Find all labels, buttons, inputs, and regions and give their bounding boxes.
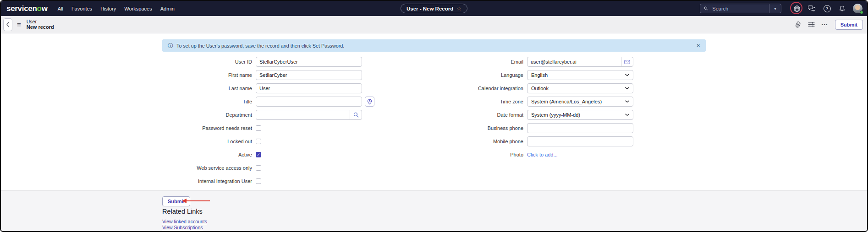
global-search: ▾ (700, 4, 781, 13)
search-icon (704, 6, 708, 11)
globe-button[interactable] (792, 4, 801, 13)
chat-button[interactable] (808, 4, 816, 13)
password-needs-reset-checkbox[interactable]: ✓ (256, 125, 261, 131)
form-left-column: User ID First name Last name Title Depar… (160, 57, 376, 189)
personalize-form-icon[interactable] (808, 22, 815, 27)
search-input[interactable] (711, 5, 765, 12)
nav-item-all[interactable]: All (58, 6, 63, 11)
form-header-bar: ≡ User New record ••• Submit (1, 16, 867, 33)
email-label: Email (432, 59, 527, 65)
chevron-down-icon (625, 74, 629, 76)
chevron-down-icon (625, 113, 629, 116)
active-checkbox[interactable]: ✓ (256, 152, 261, 157)
logo-text: servicen (6, 4, 37, 13)
back-button[interactable] (3, 18, 12, 31)
internal-integration-user-label: Internal Integration User (160, 178, 256, 184)
record-title-block: User New record (27, 19, 54, 31)
chevron-left-icon (6, 22, 10, 27)
more-options-icon[interactable]: ••• (822, 22, 828, 27)
annotation-red-circle (790, 2, 802, 14)
language-select[interactable]: English (527, 70, 633, 80)
view-subscriptions-link[interactable]: View Subscriptions (162, 225, 203, 230)
current-record-pill[interactable]: User - New Record ☆ (401, 4, 467, 13)
field-row-user-id: User ID (160, 57, 376, 67)
chevron-down-icon (625, 100, 629, 103)
form-right-column: Email Language English Calendar integrat… (432, 57, 647, 163)
web-service-access-checkbox[interactable]: ✓ (256, 165, 261, 171)
active-label: Active (160, 152, 256, 157)
check-icon: ✓ (256, 152, 261, 157)
question-glyph: ? (826, 6, 829, 11)
attachment-icon[interactable] (794, 20, 802, 29)
department-reference-field (256, 110, 362, 120)
caret-down-icon: ▾ (774, 6, 776, 11)
logo-green-o: o (37, 4, 42, 13)
form-footer: Submit Related Links View linked account… (1, 190, 867, 231)
time-zone-label: Time zone (432, 99, 527, 104)
related-links-title: Related Links (162, 208, 203, 215)
title-suggestion-button[interactable] (365, 97, 374, 107)
servicenow-window: servicenow All Favorites History Workspa… (0, 0, 868, 232)
field-row-photo: Photo Click to add... (432, 150, 647, 160)
top-nav-right-cluster: ▾ ? (700, 1, 863, 16)
chat-icon (808, 5, 816, 12)
business-phone-label: Business phone (432, 125, 527, 131)
field-row-business-phone: Business phone (432, 123, 647, 133)
search-scope-dropdown[interactable]: ▾ (769, 4, 781, 13)
servicenow-logo[interactable]: servicenow (6, 4, 48, 13)
nav-item-history[interactable]: History (100, 6, 116, 11)
date-format-label: Date format (432, 112, 527, 118)
header-submit-button[interactable]: Submit (835, 20, 863, 30)
field-row-title: Title (160, 97, 376, 107)
user-id-input[interactable] (256, 57, 362, 67)
language-label: Language (432, 72, 527, 78)
field-row-web-service-access: Web service access only ✓ (160, 163, 376, 173)
business-phone-input[interactable] (527, 123, 633, 133)
first-name-label: First name (160, 72, 256, 78)
time-zone-value: System (America/Los_Angeles) (531, 99, 602, 104)
department-lookup-button[interactable] (350, 110, 362, 119)
nav-item-admin[interactable]: Admin (160, 6, 175, 11)
department-label: Department (160, 112, 256, 118)
locked-out-checkbox[interactable]: ✓ (256, 139, 261, 144)
record-name-label: New record (27, 24, 54, 30)
notifications-button[interactable] (838, 4, 846, 13)
field-row-active: Active ✓ (160, 150, 376, 160)
email-send-button[interactable] (621, 57, 633, 66)
field-row-time-zone: Time zone System (America/Los_Angeles) (432, 97, 647, 107)
help-button[interactable]: ? (823, 4, 831, 13)
locked-out-label: Locked out (160, 139, 256, 144)
title-input[interactable] (256, 97, 362, 107)
time-zone-select[interactable]: System (America/Los_Angeles) (527, 97, 633, 107)
nav-item-favorites[interactable]: Favorites (71, 6, 92, 11)
internal-integration-user-checkbox[interactable]: ✓ (256, 178, 261, 184)
photo-add-link[interactable]: Click to add... (527, 152, 558, 157)
last-name-input[interactable] (256, 83, 362, 93)
email-field-group (527, 57, 633, 67)
form-header-actions: ••• Submit (795, 20, 867, 30)
banner-close-icon[interactable]: ✕ (697, 43, 700, 48)
field-row-password-needs-reset: Password needs reset ✓ (160, 123, 376, 133)
context-menu-icon[interactable]: ≡ (17, 21, 21, 28)
mobile-phone-input[interactable] (527, 136, 633, 146)
last-name-label: Last name (160, 86, 256, 91)
email-input[interactable] (527, 57, 621, 66)
department-input[interactable] (256, 110, 350, 119)
info-banner-text: To set up the User's password, save the … (176, 43, 344, 49)
calendar-integration-label: Calendar integration (432, 86, 527, 91)
date-format-select[interactable]: System (yyyy-MM-dd) (527, 110, 633, 120)
calendar-integration-value: Outlook (531, 86, 549, 91)
web-service-access-label: Web service access only (160, 165, 256, 171)
mobile-phone-label: Mobile phone (432, 139, 527, 144)
view-linked-accounts-link[interactable]: View linked accounts (162, 219, 207, 224)
field-row-calendar-integration: Calendar integration Outlook (432, 83, 647, 93)
nav-item-workspaces[interactable]: Workspaces (124, 6, 152, 11)
calendar-integration-select[interactable]: Outlook (527, 83, 633, 93)
favorite-star-icon[interactable]: ☆ (456, 5, 461, 12)
chevron-down-icon (625, 87, 629, 90)
user-avatar[interactable] (853, 4, 863, 13)
field-row-mobile-phone: Mobile phone (432, 136, 647, 146)
first-name-input[interactable] (256, 70, 362, 80)
date-format-value: System (yyyy-MM-dd) (531, 112, 580, 118)
info-banner: ⓘ To set up the User's password, save th… (162, 39, 706, 52)
